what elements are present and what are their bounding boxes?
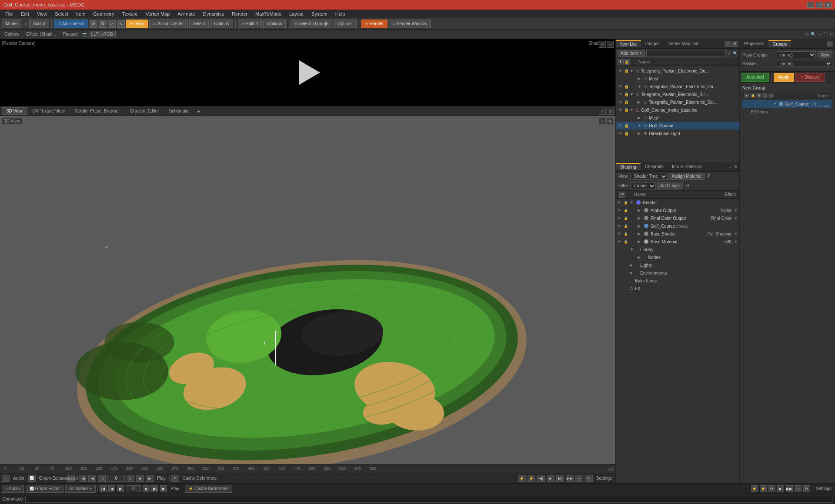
render-window-button[interactable]: □ Render Window [389,20,431,28]
menu-animate[interactable]: Animate [174,10,198,17]
settings-icon[interactable]: ⚙ [731,41,738,47]
cache-deformers-label[interactable]: Cache Deformers [181,476,218,481]
sh-item-render[interactable]: 👁 🔒 ▼ Render [616,199,739,206]
eye-icon-6[interactable]: 👁 [618,107,623,113]
tree-item-8[interactable]: 👁 🔒 ▼ ◇ Golf_Course [616,122,739,129]
sb-play-btn[interactable]: ▶ [160,485,167,492]
transport-8[interactable]: ⟳ [585,475,593,482]
cache-deformers-status-btn[interactable]: ⚡ Cache Deformers [185,485,232,493]
sh-item-library[interactable]: ▼ Library [616,245,739,253]
sh-eye-gc[interactable]: 👁 [618,224,623,228]
sh-vis-icon[interactable]: 👁 [619,192,625,198]
preview-btn-2[interactable]: □ [607,41,614,48]
menu-edit[interactable]: Edit [17,10,33,17]
play-button[interactable] [299,60,320,85]
sh-dropdown-bs[interactable]: ▼ [734,232,738,236]
sh-eye-bs[interactable]: 👁 [618,232,623,236]
prev-frame-button[interactable]: ◀ [88,475,96,482]
add-item-button[interactable]: Add Item ▼ [618,50,645,57]
eye-icon-8[interactable]: 👁 [618,123,623,128]
discard-button[interactable]: ✕ Discard [795,73,825,82]
add-layer-button[interactable]: Add Layer [657,182,683,189]
shader-tree-select[interactable]: Shader Tree [630,173,668,180]
eye-icon-9[interactable]: 👁 [618,131,623,136]
sh-item-bakeitems[interactable]: Bake Items [616,277,739,285]
sb-transport-5[interactable]: ▶▶ [786,485,793,492]
sh-eye-alpha[interactable]: 👁 [618,209,623,212]
visibility-col-icon[interactable]: 👁 [618,59,624,65]
expand-icon[interactable]: ⤢ [725,41,731,47]
sb-play-label[interactable]: Play [169,486,180,491]
audio-button[interactable]: ♪ [2,475,10,482]
menu-maxtomodo[interactable]: MaxToModo [252,10,285,17]
transport-6[interactable]: ▶▶ [566,475,574,482]
tree-item-7[interactable]: 👁 🔒 ▶ ⬡ Mesh [616,114,739,122]
sh-eye-bm[interactable]: 👁 [618,240,623,244]
menu-vertex-map[interactable]: Vertex Map [142,10,174,17]
play-label[interactable]: Play [155,476,167,481]
minimize-button[interactable]: — [807,2,814,8]
options-label[interactable]: Options [2,31,22,37]
g-col-icon-2[interactable]: 🔒 [750,93,755,98]
sb-icon-2[interactable]: ◀ [108,485,115,492]
lock-icon-3[interactable]: 🔒 [624,84,629,89]
action-center-button[interactable]: ◎ Action Center [149,20,188,28]
toolbar-icon-4[interactable]: ⤡ [117,20,125,28]
lock-icon-6[interactable]: 🔒 [624,107,629,113]
sb-transport-3[interactable]: ⟳ [768,485,775,492]
tree-item-5[interactable]: 👁 🔒 ▶ ◇ Telegrafia_Pavian_Electronic_Sir… [616,98,739,106]
graph-editor-status-btn[interactable]: 📈 Graph Editor [26,485,64,493]
filter-select[interactable]: (none) [630,182,656,189]
tab-properties[interactable]: Properties [740,40,768,47]
eye-icon-3[interactable]: 👁 [618,84,623,89]
options3-button[interactable]: Options [334,20,356,28]
frame-input[interactable]: 0 [107,475,125,482]
groups-tree-item-golf[interactable]: ▼ Golf_Course (2) : Group [742,100,832,108]
transport-1[interactable]: ⚡ [518,475,526,482]
sb-icon-5[interactable]: ▶| [151,485,158,492]
eye-icon-4[interactable]: 👁 [618,92,623,97]
eye-icon-5[interactable]: 👁 [618,99,623,105]
props-expand-icon[interactable]: ⤢ [827,41,833,47]
tab-gradient-editor[interactable]: Gradient Editor [125,107,164,115]
command-input[interactable] [25,496,832,503]
lock-icon-5[interactable]: 🔒 [624,99,629,105]
filter-items-input[interactable] [646,50,726,57]
next-frame-button[interactable]: ▶ [136,475,144,482]
toolbar-icon-3[interactable]: ⤢ [108,20,116,28]
auto-add-button[interactable]: Auto Add [741,73,769,82]
prev-key-button[interactable]: ◁ [98,475,106,482]
tab-vertex-map[interactable]: Vertex Map List [664,40,703,47]
menu-item[interactable]: Item [73,10,89,17]
tree-item-3[interactable]: 👁 🔒 ▼ ◇ Telegrafia_Pavian_Electronic_Out… [616,83,739,90]
tab-images[interactable]: Images [641,40,664,47]
next-key-button[interactable]: ▷ [127,475,134,482]
tab-render-preset[interactable]: Render Preset Browser [70,107,125,115]
sb-icon-4[interactable]: ▶ [143,485,150,492]
sh-item-golfcourse[interactable]: 👁 🔒 ▶ Golf_Course (Items) [616,222,739,230]
tab-shading[interactable]: Shading [616,163,641,170]
lock-icon-4[interactable]: 🔒 [624,92,629,97]
sb-transport-7[interactable]: ⟳ [803,485,810,492]
sb-transport-2[interactable]: ⚡ [760,485,767,492]
sh-item-lights[interactable]: ▶ Lights [616,261,739,269]
groups-tree-item-items[interactable]: 69 Items [742,108,832,116]
sh-eye-render[interactable]: 👁 [618,201,623,205]
transport-7[interactable]: ⤻ [575,475,583,482]
tree-item-6[interactable]: 👁 🔒 ▼ ◫ Golf_Course_modo_base.lxo [616,106,739,114]
animated-status-btn[interactable]: Animated ▼ [65,485,96,493]
graph-editor-icon[interactable]: 📈 [28,475,36,482]
sb-frame-input[interactable] [126,485,141,492]
sb-transport-1[interactable]: ⚡ [751,485,758,492]
maximize-button[interactable]: □ [816,2,823,8]
transport-5[interactable]: ▶| [556,475,564,482]
lock-icon-1[interactable]: 🔒 [624,68,629,73]
render-button[interactable]: ◎ Render [361,20,388,28]
tree-item-1[interactable]: 👁 🔒 ▼ ◇ Telegrafia_Pavian_Electronic_Out… [616,67,739,75]
viewport-settings-btn[interactable]: ⚙ [607,108,614,115]
sh-eye-fc[interactable]: 👁 [618,216,623,220]
audio-label[interactable]: Audio [11,476,26,481]
new-group-button[interactable]: New [818,51,832,58]
sh-item-basematerial[interactable]: 👁 🔒 ▶ Base Material (all) ▼ [616,238,739,245]
tab-item-list[interactable]: Item List [616,40,641,47]
